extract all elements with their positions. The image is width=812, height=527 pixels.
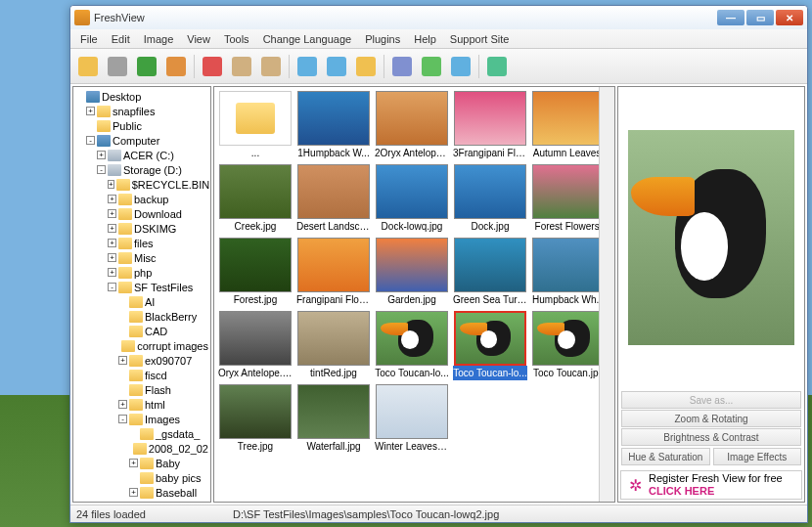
tree-toggle-icon[interactable]: + [97, 151, 106, 159]
tree-node[interactable]: AI [75, 294, 208, 309]
tree-node[interactable]: +html [75, 397, 208, 412]
thumbnail-item[interactable]: Toco Toucan-lo... [453, 311, 527, 380]
home-icon[interactable] [164, 55, 188, 78]
tree-toggle-icon[interactable]: + [118, 400, 127, 409]
image-effects-section[interactable]: Image Effects [713, 448, 802, 465]
tree-node[interactable]: BlackBerry [75, 309, 208, 324]
register-banner[interactable]: ✲ Register Fresh View for freeCLICK HERE [620, 470, 802, 500]
thumbnail-item[interactable]: Winter Leaves.jpg [375, 384, 449, 454]
menu-image[interactable]: Image [138, 31, 180, 47]
email-icon[interactable] [420, 55, 443, 78]
tree-node[interactable]: 2008_02_02 [75, 441, 208, 456]
wallpaper-icon[interactable] [449, 55, 473, 78]
tree-node[interactable]: +Baseball [75, 485, 208, 500]
tree-node[interactable]: Public [75, 118, 208, 133]
tree-node[interactable]: Desktop [75, 89, 208, 104]
thumbnail-item[interactable]: Toco Toucan-lo... [375, 311, 449, 380]
print-icon[interactable] [390, 55, 414, 78]
menu-file[interactable]: File [74, 31, 104, 47]
thumbnail-panel[interactable]: ...1Humpback W...2Oryx Antelope.jpg3Fran… [213, 86, 615, 503]
tree-toggle-icon[interactable]: + [118, 356, 127, 365]
tree-node[interactable]: -SF TestFiles [75, 280, 208, 294]
titlebar[interactable]: FreshView — ▭ ✕ [70, 6, 807, 29]
tree-node[interactable]: baby pics [75, 470, 208, 485]
thumbnail-item[interactable]: Waterfall.jpg [296, 384, 371, 454]
save-as-button[interactable]: Save as... [621, 391, 801, 409]
thumbnail-item[interactable]: Desert Landsca... [296, 164, 371, 234]
thumbnail-item[interactable]: Oryx Antelope.jpg [218, 311, 293, 380]
tree-toggle-icon[interactable]: + [108, 180, 114, 189]
thumbnail-item[interactable]: 2Oryx Antelope.jpg [375, 91, 449, 160]
thumbnail-item[interactable]: Green Sea Turtle.j [453, 238, 527, 307]
tree-toggle-icon[interactable]: - [108, 283, 116, 291]
tree-toggle-icon[interactable]: + [129, 488, 138, 497]
menu-view[interactable]: View [181, 31, 216, 47]
tree-node[interactable]: corrupt images [75, 338, 208, 353]
tree-node[interactable]: +ex090707 [75, 353, 208, 368]
menu-help[interactable]: Help [408, 31, 442, 47]
maximize-button[interactable]: ▭ [746, 10, 774, 25]
thumbnail-item[interactable]: Forest Flowers. [531, 164, 606, 234]
menu-plugins[interactable]: Plugins [359, 31, 406, 47]
refresh-icon[interactable] [135, 55, 158, 78]
tree-toggle-icon[interactable]: + [108, 239, 116, 247]
tree-toggle-icon[interactable]: + [108, 195, 116, 203]
thumbnail-item[interactable]: Autumn Leaves. [531, 91, 606, 160]
tree-node[interactable]: _gsdata_ [75, 426, 208, 441]
tree-node[interactable]: +$RECYCLE.BIN [75, 177, 208, 192]
tree-node[interactable]: +DSKIMG [75, 221, 208, 236]
menu-support-site[interactable]: Support Site [444, 31, 516, 47]
tree-toggle-icon[interactable]: + [108, 209, 116, 218]
tree-node[interactable]: +ACER (C:) [75, 148, 208, 162]
brightness-contrast-section[interactable]: Brightness & Contrast [621, 428, 801, 446]
thumbnail-item[interactable]: Forest.jpg [218, 238, 293, 307]
slideshow-icon[interactable] [354, 55, 378, 78]
tree-node[interactable]: +snapfiles [75, 104, 208, 118]
close-button[interactable]: ✕ [776, 10, 803, 25]
thumbnail-item[interactable]: Dock-lowq.jpg [375, 164, 449, 234]
folder-tree-panel[interactable]: Desktop+snapfilesPublic-Computer+ACER (C… [72, 86, 211, 503]
scrollbar-vertical[interactable] [599, 87, 614, 502]
thumbnail-item[interactable]: 3Frangipani Flo... [453, 91, 527, 160]
options-icon[interactable] [485, 55, 509, 78]
tree-node[interactable]: Flash [75, 382, 208, 397]
thumbnail-item[interactable]: Garden.jpg [375, 238, 449, 307]
tree-node[interactable]: -Storage (D:) [75, 162, 208, 177]
tree-node[interactable]: -Computer [75, 133, 208, 148]
tree-node[interactable]: +Misc [75, 250, 208, 265]
rotate-right-icon[interactable] [325, 55, 348, 78]
menu-change-language[interactable]: Change Language [257, 31, 358, 47]
tree-toggle-icon[interactable]: + [129, 459, 138, 467]
tree-toggle-icon[interactable]: + [108, 268, 116, 277]
tree-node[interactable]: +backup [75, 192, 208, 206]
tree-node[interactable]: +files [75, 236, 208, 250]
tree-toggle-icon[interactable]: + [108, 224, 116, 233]
thumbnail-item[interactable]: 1Humpback W... [296, 91, 371, 160]
tree-toggle-icon[interactable]: + [108, 253, 116, 262]
tree-toggle-icon[interactable]: - [118, 415, 127, 423]
tree-node[interactable]: -Images [75, 412, 208, 426]
thumbnail-item[interactable]: Tree.jpg [218, 384, 293, 454]
hue-saturation-section[interactable]: Hue & Saturation [621, 448, 710, 465]
copy-icon[interactable] [230, 55, 253, 78]
minimize-button[interactable]: — [717, 10, 744, 25]
tree-node[interactable]: +php [75, 265, 208, 280]
menu-tools[interactable]: Tools [218, 31, 255, 47]
thumbnail-item[interactable]: ... [218, 91, 293, 160]
tree-node[interactable]: +Download [75, 206, 208, 221]
tree-node[interactable]: +Baby [75, 456, 208, 470]
cut-icon[interactable] [201, 55, 224, 78]
thumbnail-item[interactable]: tintRed.jpg [296, 311, 371, 380]
thumbnail-item[interactable]: Creek.jpg [218, 164, 293, 234]
thumbnail-item[interactable]: Humpback Wh... [531, 238, 606, 307]
menu-edit[interactable]: Edit [106, 31, 136, 47]
paste-icon[interactable] [259, 55, 283, 78]
tree-node[interactable]: CAD [75, 324, 208, 338]
thumbnail-item[interactable]: Frangipani Flow... [296, 238, 371, 307]
thumbnail-item[interactable]: Dock.jpg [453, 164, 527, 234]
open-folder-icon[interactable] [76, 55, 100, 78]
zoom-rotating-section[interactable]: Zoom & Rotating [621, 410, 801, 427]
tree-toggle-icon[interactable]: + [86, 107, 95, 115]
tree-toggle-icon[interactable]: - [97, 165, 106, 174]
tree-toggle-icon[interactable]: - [86, 136, 95, 145]
